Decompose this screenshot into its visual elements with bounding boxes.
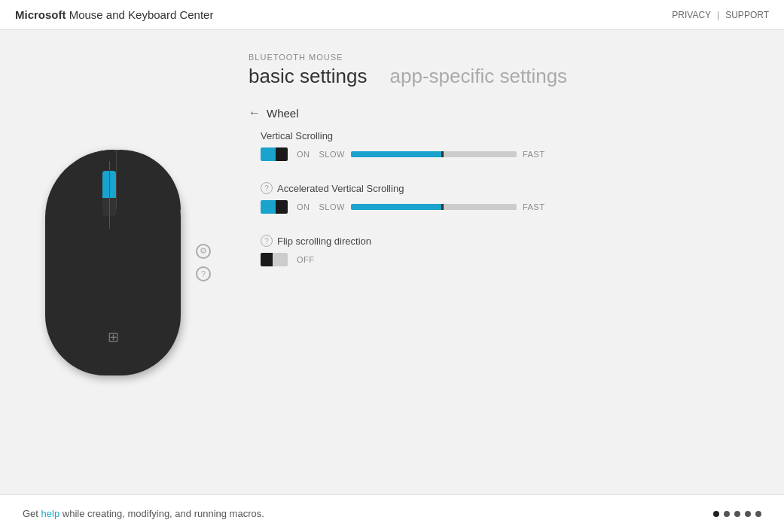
accel-scrolling-toggle[interactable] <box>261 200 288 214</box>
vertical-scrolling-slider-container: SLOW FAST <box>319 150 545 159</box>
support-link[interactable]: SUPPORT <box>725 10 769 20</box>
help-link[interactable]: help <box>41 508 60 519</box>
app-title: Microsoft Mouse and Keyboard Center <box>15 8 213 21</box>
vertical-scrolling-slider[interactable] <box>351 151 517 157</box>
mouse-right-button <box>117 150 181 210</box>
wheel-section-title: Wheel <box>267 107 299 120</box>
flip-scrolling-control: OFF <box>261 253 761 266</box>
pagination-dots <box>713 511 761 517</box>
accel-scrolling-control: ON SLOW FAST <box>261 200 761 214</box>
app-title-rest: Mouse and Keyboard Center <box>66 8 214 21</box>
main-content: ⚙ ? BLUETOOTH MOUSE basic settings app-s… <box>0 30 784 494</box>
toggle-thumb <box>276 147 288 161</box>
mouse-center-line <box>109 161 110 229</box>
device-icons: ⚙ ? <box>196 244 211 281</box>
device-label: BLUETOOTH MOUSE <box>249 53 761 62</box>
privacy-link[interactable]: PRIVACY <box>672 10 711 20</box>
help-suffix: while creating, modifying, and running m… <box>59 508 264 519</box>
link-separator: | <box>717 10 719 20</box>
slider-fill <box>351 151 442 157</box>
dot-2[interactable] <box>724 511 730 517</box>
flip-scrolling-setting: ? Flip scrolling direction OFF <box>249 235 761 266</box>
vertical-fast-label: FAST <box>523 150 545 159</box>
dot-3[interactable] <box>734 511 740 517</box>
accel-toggle-thumb <box>276 200 288 214</box>
info-icon[interactable]: ? <box>196 266 211 281</box>
mouse-image <box>38 135 188 391</box>
tabs-container: basic settings app-specific settings <box>249 65 761 91</box>
accel-fast-label: FAST <box>523 202 545 211</box>
wheel-section-header: ← Wheel <box>249 106 761 120</box>
flip-toggle-dark <box>261 253 273 266</box>
vertical-scrolling-setting: Vertical Scrolling ON SLOW FAST <box>249 130 761 161</box>
accel-scrolling-toggle-label: ON <box>297 202 310 211</box>
accel-scrolling-slider-container: SLOW FAST <box>319 202 545 211</box>
dot-1[interactable] <box>713 511 719 517</box>
flip-scrolling-toggle[interactable] <box>261 253 288 266</box>
vertical-slow-label: SLOW <box>319 150 345 159</box>
accel-scrolling-slider[interactable] <box>351 204 517 210</box>
dot-5[interactable] <box>755 511 761 517</box>
settings-icon[interactable]: ⚙ <box>196 244 211 259</box>
mouse-logo <box>108 328 119 345</box>
accel-toggle-on-part <box>261 200 276 214</box>
accel-scrolling-help-icon[interactable]: ? <box>261 182 273 194</box>
vertical-scrolling-toggle-label: ON <box>297 150 310 159</box>
tab-basic-settings[interactable]: basic settings <box>249 65 368 91</box>
vertical-scrolling-label: Vertical Scrolling <box>261 130 761 141</box>
toggle-on-part <box>261 147 276 161</box>
flip-toggle-light <box>273 253 288 266</box>
bottom-help-text: Get help while creating, modifying, and … <box>23 508 264 519</box>
flip-scrolling-label: ? Flip scrolling direction <box>261 235 761 247</box>
bottom-bar: Get help while creating, modifying, and … <box>0 494 784 532</box>
mouse-body <box>45 150 181 375</box>
accel-slow-label: SLOW <box>319 202 345 211</box>
accel-slider-fill <box>351 204 442 210</box>
flip-scrolling-toggle-label: OFF <box>297 255 315 264</box>
wheel-back-icon[interactable]: ← <box>249 106 261 120</box>
accel-scrolling-setting: ? Accelerated Vertical Scrolling ON SLOW… <box>249 182 761 214</box>
left-panel: ⚙ ? <box>0 45 226 479</box>
app-title-bold: Microsoft <box>15 8 66 21</box>
slider-thumb <box>441 151 444 157</box>
accel-scrolling-label: ? Accelerated Vertical Scrolling <box>261 182 761 194</box>
help-prefix: Get <box>23 508 41 519</box>
right-panel: BLUETOOTH MOUSE basic settings app-speci… <box>226 45 784 479</box>
tab-app-specific-settings[interactable]: app-specific settings <box>390 65 568 91</box>
flip-scrolling-help-icon[interactable]: ? <box>261 235 273 247</box>
accel-slider-thumb <box>441 204 444 210</box>
vertical-scrolling-toggle[interactable] <box>261 147 288 161</box>
top-bar: Microsoft Mouse and Keyboard Center PRIV… <box>0 0 784 30</box>
top-links: PRIVACY | SUPPORT <box>672 10 769 20</box>
vertical-scrolling-control: ON SLOW FAST <box>261 147 761 161</box>
dot-4[interactable] <box>745 511 751 517</box>
